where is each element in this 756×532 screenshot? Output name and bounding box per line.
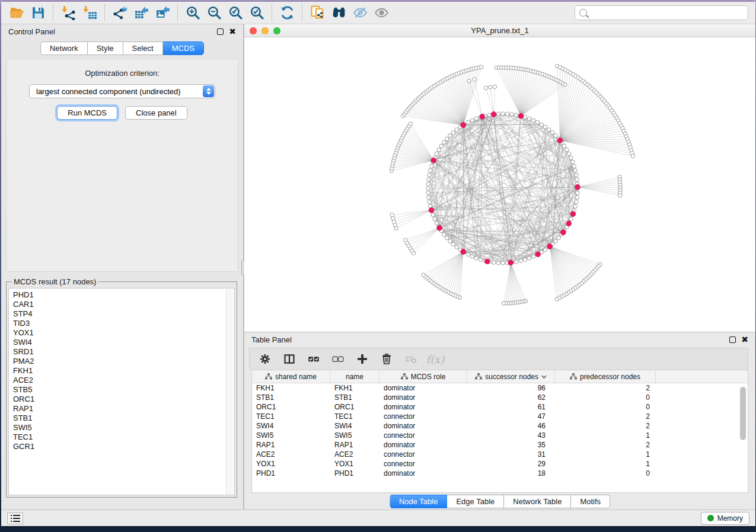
mcds-result-item[interactable]: SRD1 — [13, 347, 234, 357]
task-history-button[interactable] — [7, 512, 23, 524]
mcds-result-item[interactable]: GCR1 — [13, 442, 234, 451]
table-row[interactable]: FKH1 FKH1 dominator 96 2 — [252, 383, 748, 393]
cell-successor-nodes: 31 — [467, 450, 555, 459]
table-tab[interactable]: Node Table — [390, 495, 448, 508]
mcds-result-item[interactable]: YOX1 — [13, 328, 234, 338]
zoom-in-button[interactable] — [182, 4, 203, 22]
export-table-button[interactable] — [130, 4, 152, 22]
toolbar-separator — [53, 5, 53, 21]
mcds-result-item[interactable]: RAP1 — [13, 404, 234, 414]
cell-successor-nodes: 46 — [467, 422, 555, 430]
network-canvas[interactable] — [244, 37, 755, 332]
mcds-result-item[interactable]: SWI4 — [13, 338, 234, 347]
mcds-result-item[interactable]: STP4 — [13, 309, 234, 319]
optimization-criterion-select[interactable]: largest connected component (undirected) — [29, 84, 215, 98]
close-panel-icon[interactable]: ✖ — [741, 336, 748, 343]
zoom-fit-button[interactable] — [225, 4, 246, 22]
float-panel-icon[interactable] — [217, 28, 224, 35]
import-network-button[interactable] — [58, 4, 79, 22]
cell-predecessor-nodes: 2 — [555, 422, 656, 430]
close-panel-icon[interactable]: ✖ — [229, 28, 236, 35]
select-all-button[interactable] — [307, 352, 321, 366]
network-title: YPA_prune.txt_1 — [471, 26, 528, 35]
table-panel-title: Table Panel — [251, 335, 292, 344]
memory-button[interactable]: Memory — [701, 512, 749, 525]
cell-name: SWI4 — [330, 422, 379, 430]
table-scrollbar[interactable] — [740, 387, 746, 440]
mcds-result-item[interactable]: TID3 — [13, 319, 234, 328]
zoom-selected-icon — [250, 5, 264, 20]
zoom-selected-button[interactable] — [246, 4, 267, 22]
table-row[interactable]: STB1 STB1 dominator 62 0 — [252, 393, 748, 402]
open-button[interactable] — [6, 4, 27, 22]
table-tab[interactable]: Edge Table — [447, 495, 504, 508]
mcds-buttons: Run MCDS Close panel — [7, 106, 238, 120]
plus-icon — [356, 353, 368, 365]
table-tab[interactable]: Network Table — [504, 495, 571, 508]
show-all-button[interactable] — [371, 4, 392, 22]
export-image-button[interactable] — [152, 4, 173, 22]
table-row[interactable]: PHD1 PHD1 dominator 18 0 — [252, 469, 748, 478]
first-neighbors-button[interactable] — [328, 4, 349, 22]
mcds-result-item[interactable]: ORC1 — [13, 395, 234, 404]
float-panel-icon[interactable] — [729, 336, 736, 343]
column-header[interactable]: shared name — [252, 370, 330, 383]
import-network-icon — [61, 5, 76, 20]
table-tab[interactable]: Motifs — [571, 495, 610, 508]
deselect-all-button[interactable] — [331, 352, 345, 366]
table-row[interactable]: YOX1 YOX1 connector 29 1 — [252, 459, 748, 469]
mcds-result-item[interactable]: TEC1 — [13, 432, 234, 442]
columns-icon — [283, 353, 295, 365]
mcds-result-item[interactable]: PMA2 — [13, 357, 234, 366]
mcds-result-item[interactable]: STB5 — [13, 385, 234, 395]
table-mode-button[interactable] — [258, 352, 272, 366]
table-row[interactable]: ACE2 ACE2 connector 31 1 — [252, 450, 748, 459]
show-columns-button[interactable] — [282, 352, 296, 366]
zoom-window-icon[interactable] — [273, 27, 280, 34]
mcds-result-item[interactable]: CAR1 — [13, 300, 234, 309]
column-header[interactable]: successor nodes — [467, 370, 555, 383]
add-column-button[interactable] — [355, 352, 369, 366]
control-panel-tab[interactable]: Network — [40, 41, 88, 55]
result-list-scrollbar[interactable] — [226, 289, 234, 494]
delete-columns-button[interactable] — [379, 352, 394, 366]
table-row[interactable]: SWI5 SWI5 connector 43 1 — [252, 431, 748, 440]
mcds-result-list: PHD1CAR1STP4TID3YOX1SWI4SRD1PMA2FKH1ACE2… — [8, 288, 235, 495]
save-button[interactable] — [27, 4, 49, 22]
mcds-result-item[interactable]: STB1 — [13, 414, 234, 423]
hide-selected-button[interactable] — [349, 4, 371, 22]
mcds-result-item[interactable]: PHD1 — [13, 290, 234, 300]
run-mcds-button[interactable]: Run MCDS — [57, 106, 117, 120]
export-network-button[interactable] — [109, 4, 130, 22]
mcds-result-item[interactable]: ACE2 — [13, 376, 234, 385]
mcds-result-item[interactable]: FKH1 — [13, 366, 234, 376]
zoom-out-button[interactable] — [203, 4, 225, 22]
control-panel-tab[interactable]: MCDS — [163, 41, 204, 55]
cell-successor-nodes: 35 — [467, 441, 555, 449]
refresh-button[interactable] — [276, 4, 298, 22]
search-input[interactable] — [590, 8, 744, 17]
import-table-icon — [82, 5, 97, 20]
close-window-icon[interactable] — [250, 27, 257, 34]
column-header[interactable]: name — [330, 370, 379, 383]
function-builder-button[interactable]: f(x) — [428, 352, 442, 366]
control-panel-tab[interactable]: Select — [123, 41, 163, 55]
search-box[interactable] — [575, 5, 748, 20]
column-header-label: name — [346, 373, 363, 381]
control-panel-tab[interactable]: Style — [88, 41, 123, 55]
cell-name: ACE2 — [330, 450, 379, 459]
table-row[interactable]: RAP1 RAP1 dominator 35 2 — [252, 440, 748, 450]
delete-table-button[interactable] — [404, 352, 418, 366]
network-graph[interactable] — [244, 37, 755, 332]
minimize-window-icon[interactable] — [261, 27, 269, 34]
close-panel-button[interactable]: Close panel — [125, 106, 187, 120]
mcds-result-item[interactable]: SWI5 — [13, 423, 234, 432]
table-row[interactable]: ORC1 ORC1 dominator 61 0 — [252, 402, 748, 412]
duplicate-network-button[interactable] — [307, 4, 328, 22]
column-header[interactable]: predecessor nodes — [555, 370, 656, 383]
table-row[interactable]: SWI4 SWI4 dominator 46 2 — [252, 421, 748, 431]
control-panel-title: Control Panel — [8, 27, 55, 36]
table-row[interactable]: TEC1 TEC1 connector 47 2 — [252, 412, 748, 421]
column-header[interactable]: MCDS role — [379, 370, 467, 383]
import-table-button[interactable] — [79, 4, 100, 22]
